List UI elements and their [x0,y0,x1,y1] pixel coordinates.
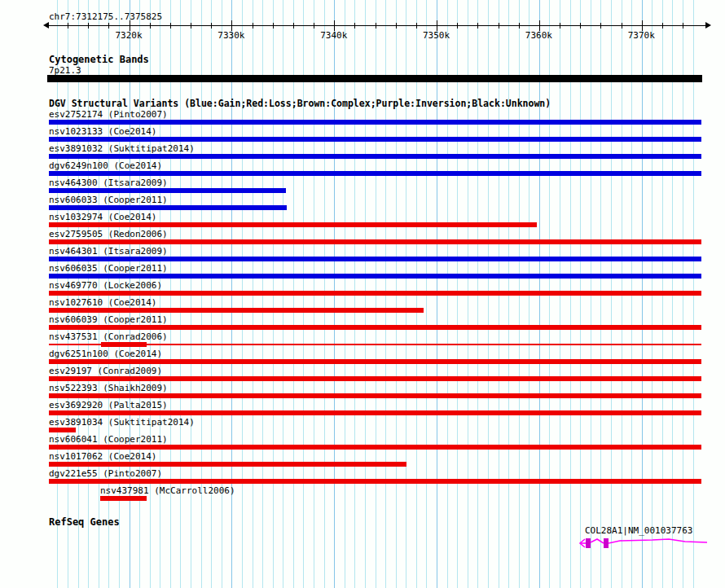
tick-label: 7350k [423,31,450,41]
tick-label: 7320k [115,31,142,41]
gene-structure[interactable] [574,536,713,551]
axis-tick [211,23,212,29]
axis-tick [499,23,499,29]
variant-label[interactable]: esv2752174 (Pinto2007) [49,109,168,120]
variant-label[interactable]: nsv1017062 (Coe2014) [49,451,156,462]
variant-label[interactable]: nsv437981 (McCarroll2006) [100,485,235,496]
variant-bar[interactable] [49,325,701,330]
tick-label: 7330k [218,31,244,41]
axis-tick [68,23,68,29]
variant-bar[interactable] [100,496,147,501]
axis-tick [191,23,191,29]
variant-bar[interactable] [49,188,286,193]
axis-tick [170,23,171,29]
variant-bar[interactable] [49,274,701,279]
gene-intron [591,539,604,543]
variant-label[interactable]: nsv1027610 (Coe2014) [49,297,156,308]
variant-label[interactable]: nsv606039 (Cooper2011) [49,314,168,325]
axis-tick [662,23,663,29]
variant-bar[interactable] [49,137,701,142]
variant-bar[interactable] [49,291,701,296]
variant-bar[interactable] [49,171,701,176]
refseq-header: RefSeq Genes [49,517,120,528]
variant-bar[interactable] [49,410,701,415]
variant-bar[interactable] [49,428,76,432]
tick-label: 7340k [320,31,347,41]
axis-tick [477,23,478,29]
axis-tick [580,23,581,29]
axis-left-arrow-icon [43,22,49,29]
variant-label[interactable]: nsv522393 (Shaikh2009) [49,383,168,393]
variant-label[interactable]: esv3891032 (Suktitipat2014) [49,143,195,154]
variant-bar[interactable] [101,342,147,347]
variant-label[interactable]: esv3891034 (Suktitipat2014) [49,417,195,428]
variant-label[interactable]: nsv464300 (Itsara2009) [49,178,168,188]
variant-bar[interactable] [49,222,537,227]
gene-intron [609,539,707,543]
axis-tick [457,23,458,29]
variant-label[interactable]: nsv437531 (Conrad2006) [49,331,168,342]
variant-bar[interactable] [49,308,424,313]
variant-bar[interactable] [49,393,701,398]
variant-label[interactable]: esv29197 (Conrad2009) [49,366,162,376]
variant-label[interactable]: nsv606041 (Cooper2011) [49,434,168,445]
variant-bar[interactable] [49,239,701,244]
cytogenetic-header: Cytogenetic Bands [49,55,149,65]
tick-label: 7360k [525,31,552,41]
variant-label[interactable]: nsv1032974 (Coe2014) [49,212,156,222]
gene-exon [586,538,591,548]
variant-bar[interactable] [49,376,701,381]
region-title: chr7:7312175..7375825 [49,11,162,22]
axis-tick [622,23,622,29]
variant-bar[interactable] [49,257,701,261]
axis-tick [600,23,601,29]
axis-tick [314,23,314,29]
variant-bar[interactable] [49,205,287,210]
variant-label[interactable]: esv3692920 (Palta2015) [49,400,168,410]
variant-bar[interactable] [49,462,406,467]
variant-bar[interactable] [49,120,701,125]
axis-tick [683,23,683,29]
variant-label[interactable]: dgv6249n100 (Coe2014) [49,160,162,171]
variant-label[interactable]: nsv464301 (Itsara2009) [49,246,168,257]
variant-label[interactable]: dgv6251n100 (Coe2014) [49,349,162,359]
variant-label[interactable]: esv2759505 (Redon2006) [49,229,168,239]
axis-right-arrow-icon [705,22,711,29]
variant-bar[interactable] [49,154,701,159]
variant-label[interactable]: nsv469770 (Locke2006) [49,280,162,291]
axis-tick [273,23,274,29]
axis-tick [416,23,417,29]
variant-bar[interactable] [49,445,701,450]
variant-label[interactable]: nsv606035 (Cooper2011) [49,263,168,274]
axis-tick [354,23,355,29]
dgv-header: DGV Structural Variants (Blue:Gain;Red:L… [49,99,551,109]
tick-label: 7370k [628,31,655,41]
axis-tick [560,23,560,29]
cytogenetic-band-bar[interactable] [47,75,702,82]
axis-tick [396,23,397,29]
axis-tick [88,23,89,29]
variant-label[interactable]: dgv221e55 (Pinto2007) [49,468,162,479]
refseq-gene-label[interactable]: COL28A1|NM_001037763 [585,525,692,536]
axis-tick [293,23,294,29]
variant-bar[interactable] [49,359,701,364]
axis-tick [253,23,253,29]
variant-bar[interactable] [49,479,701,484]
variant-label[interactable]: nsv1023133 (Coe2014) [49,126,156,137]
genome-browser-canvas: chr7:7312175..7375825 7320k7330k7340k735… [0,0,725,588]
variant-label[interactable]: nsv606033 (Cooper2011) [49,195,168,205]
axis-tick [150,23,151,29]
gene-exon [604,538,609,548]
axis-tick [376,23,376,29]
axis-tick [519,23,520,29]
axis-tick [108,23,109,29]
